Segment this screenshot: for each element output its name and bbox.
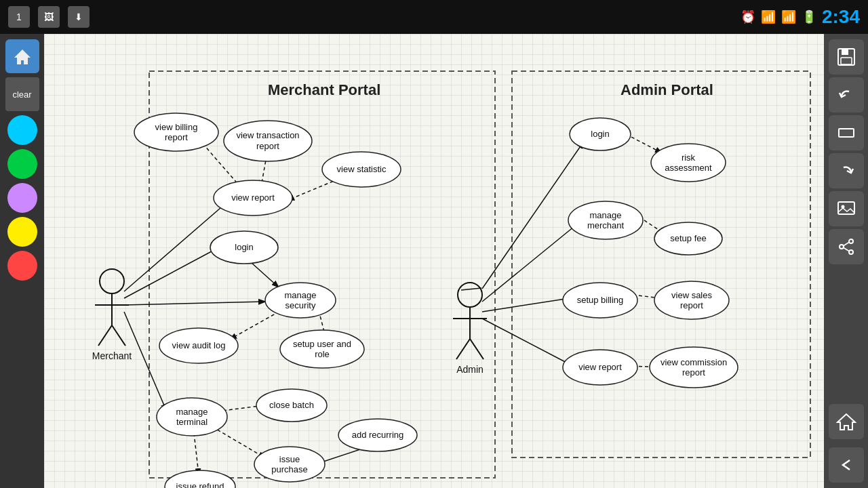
admin-portal-boundary bbox=[512, 71, 810, 458]
admin-actor-label: Admin bbox=[456, 364, 484, 375]
home-button[interactable] bbox=[5, 39, 39, 73]
admin-actor-leg-left bbox=[456, 339, 470, 359]
merchant-actor-label: Merchant bbox=[92, 350, 132, 361]
status-icons-right: ⏰ 📶 📶 🔋 2:34 bbox=[741, 6, 860, 28]
signal-icon: 📶 bbox=[781, 9, 796, 24]
label-issue-purchase-1: issue bbox=[279, 454, 300, 464]
color-cyan[interactable] bbox=[7, 115, 37, 145]
label-view-audit-log: view audit log bbox=[172, 340, 226, 350]
label-issue-purchase-2: purchase bbox=[271, 464, 307, 474]
label-issue-refund: issue refund bbox=[176, 481, 224, 488]
label-login-admin: login bbox=[591, 129, 609, 139]
label-manage-terminal-1: manage bbox=[176, 407, 208, 417]
admin-actor-head bbox=[458, 283, 482, 307]
conn-admin-manageMerchant bbox=[482, 220, 582, 302]
svg-marker-12 bbox=[837, 414, 855, 430]
svg-point-7 bbox=[849, 239, 853, 243]
svg-marker-0 bbox=[14, 49, 31, 64]
color-yellow[interactable] bbox=[7, 217, 37, 247]
label-login-merchant: login bbox=[235, 242, 253, 252]
clear-button[interactable]: clear bbox=[5, 77, 39, 111]
conn-admin-login bbox=[482, 142, 583, 289]
main-canvas: Merchant Portal Admin Portal Merchant Ad… bbox=[44, 34, 824, 488]
label-setup-user-2: role bbox=[315, 349, 330, 359]
save-button[interactable] bbox=[829, 39, 864, 75]
app-icon-2: 🖼 bbox=[38, 6, 60, 28]
left-sidebar: clear bbox=[0, 34, 44, 488]
clock-icon: ⏰ bbox=[741, 9, 755, 24]
app-icon-1: 1 bbox=[8, 6, 30, 28]
svg-rect-5 bbox=[838, 202, 854, 214]
svg-line-11 bbox=[844, 248, 849, 251]
label-view-sales-2: report bbox=[680, 300, 703, 310]
back-button[interactable] bbox=[829, 447, 864, 483]
color-purple[interactable] bbox=[7, 183, 37, 213]
label-risk-assessment-1: risk bbox=[682, 152, 696, 163]
label-manage-merchant-1: manage bbox=[590, 210, 622, 220]
gallery-button[interactable] bbox=[829, 191, 864, 226]
conn-admin-viewreport bbox=[482, 319, 573, 366]
svg-rect-3 bbox=[841, 58, 852, 64]
shape-tool-button[interactable] bbox=[829, 115, 864, 150]
label-view-commission-2: report bbox=[682, 367, 705, 378]
wifi-icon: 📶 bbox=[761, 9, 776, 24]
redo-button[interactable] bbox=[829, 153, 864, 188]
undo-button[interactable] bbox=[829, 77, 864, 113]
label-manage-terminal-2: terminal bbox=[176, 417, 208, 427]
conn-adminlogin-risk bbox=[626, 134, 661, 152]
svg-line-10 bbox=[844, 243, 849, 246]
svg-point-8 bbox=[849, 250, 853, 254]
label-view-statistic: view statistic bbox=[337, 164, 387, 174]
conn-mid bbox=[461, 288, 481, 290]
label-view-billing-report: view billing bbox=[155, 122, 198, 132]
conn-merchant-security bbox=[124, 302, 264, 305]
label-setup-billing: setup billing bbox=[577, 295, 624, 305]
label-view-report-merchant: view report bbox=[231, 192, 275, 203]
diagram-svg[interactable]: Merchant Portal Admin Portal Merchant Ad… bbox=[44, 34, 824, 488]
label-manage-security-1: manage bbox=[285, 290, 317, 300]
label-view-transaction-1: view transaction bbox=[236, 130, 299, 140]
label-risk-assessment-2: assessment bbox=[665, 163, 712, 173]
label-view-billing-report2: report bbox=[165, 132, 188, 142]
svg-rect-4 bbox=[839, 129, 854, 137]
status-time: 2:34 bbox=[822, 6, 860, 28]
label-add-recurring: add recurring bbox=[352, 430, 404, 440]
svg-rect-2 bbox=[842, 49, 848, 55]
label-close-batch: close batch bbox=[269, 400, 314, 410]
right-toolbar bbox=[824, 34, 868, 488]
battery-icon: 🔋 bbox=[802, 9, 816, 24]
status-bar: 1 🖼 ⬇ ⏰ 📶 📶 🔋 2:34 bbox=[0, 0, 868, 34]
download-icon: ⬇ bbox=[68, 6, 90, 28]
label-view-transaction-2: report bbox=[256, 141, 279, 151]
label-view-sales-1: view sales bbox=[671, 290, 712, 300]
conn-merchant-login bbox=[124, 247, 219, 298]
label-view-commission-1: view commission bbox=[660, 357, 727, 367]
share-button[interactable] bbox=[829, 229, 864, 264]
color-red[interactable] bbox=[7, 251, 37, 281]
merchant-actor-head bbox=[100, 269, 124, 293]
nav-home-button[interactable] bbox=[829, 404, 864, 439]
label-manage-merchant-2: merchant bbox=[587, 220, 625, 230]
admin-portal-label: Admin Portal bbox=[620, 81, 713, 98]
svg-point-9 bbox=[840, 245, 844, 249]
admin-actor-leg-right bbox=[470, 339, 484, 359]
merchant-actor-leg-right bbox=[112, 325, 125, 346]
color-green[interactable] bbox=[7, 149, 37, 179]
merchant-portal-label: Merchant Portal bbox=[268, 81, 380, 98]
label-setup-fee: setup fee bbox=[670, 233, 707, 243]
label-manage-security-2: security bbox=[285, 300, 316, 310]
label-setup-user-1: setup user and bbox=[293, 339, 351, 349]
status-icons-left: 1 🖼 ⬇ bbox=[8, 6, 90, 28]
merchant-actor-leg-left bbox=[98, 325, 112, 346]
label-view-report-admin: view report bbox=[578, 362, 622, 372]
